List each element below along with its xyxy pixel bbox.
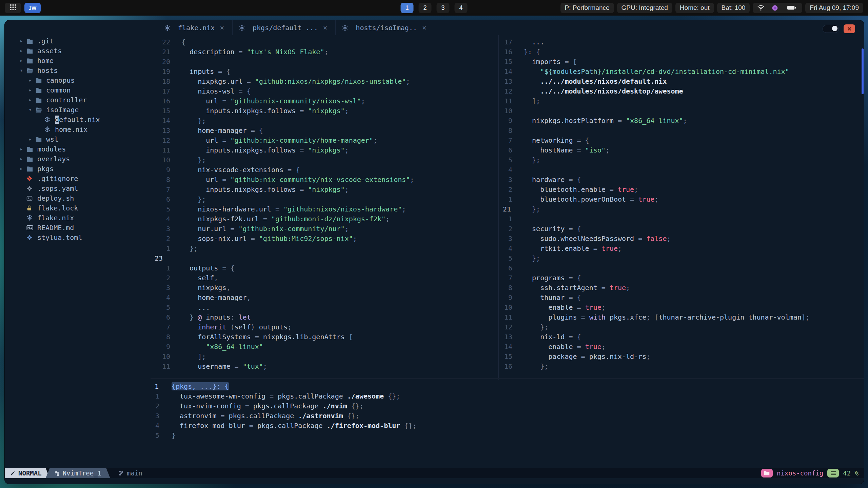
tree-chevron-down-icon[interactable]: ▾ xyxy=(25,106,35,113)
tree-item-git[interactable]: ▸.git xyxy=(5,36,151,46)
editor-pane-bottom[interactable]: 1{pkgs, ...}: {1 tux-awesome-wm-config =… xyxy=(151,380,864,469)
tree-item-hosts[interactable]: ▾hosts xyxy=(5,65,151,75)
clock[interactable]: Fri Aug 09, 17:09 xyxy=(805,3,863,13)
code-line[interactable]: 11 username = "tux"; xyxy=(151,362,498,371)
code-line[interactable]: 8 ssh.startAgent = true; xyxy=(499,283,861,293)
code-line[interactable]: 22{ xyxy=(151,37,498,47)
tree-item-modules[interactable]: ▸modules xyxy=(5,144,151,154)
code-line[interactable]: 13 nix-ld = { xyxy=(499,332,861,342)
code-line[interactable]: 11 ]; xyxy=(499,96,861,106)
tree-item-gitignore[interactable]: .gitignore xyxy=(5,174,151,183)
launcher-button[interactable] xyxy=(5,3,21,13)
tree-item-sops-yaml[interactable]: .sops.yaml xyxy=(5,183,151,193)
code-line[interactable]: 5 ... xyxy=(151,303,498,312)
code-line[interactable]: 5 }; xyxy=(499,155,861,165)
window-close-button[interactable]: × xyxy=(844,24,855,33)
code-line[interactable]: 7 inherit (self) outputs; xyxy=(151,322,498,332)
code-line[interactable]: 10 xyxy=(499,106,861,116)
scrollbar-thumb[interactable] xyxy=(862,48,864,94)
code-line[interactable]: 7 inputs.nixpkgs.follows = "nixpkgs"; xyxy=(151,185,498,195)
code-line[interactable]: 13 ../../modules/nixos/default.nix xyxy=(499,77,861,86)
code-line[interactable]: 3 nur.url = "github:nix-community/nur"; xyxy=(151,224,498,234)
code-line[interactable]: 4 rtkit.enable = true; xyxy=(499,244,861,253)
tree-item-default-nix[interactable]: default.nix xyxy=(5,115,151,124)
tab-close-icon[interactable]: × xyxy=(422,24,427,32)
tab-hosts-isoimag[interactable]: hosts/isoImag..× xyxy=(335,20,432,35)
window-toggle-switch[interactable] xyxy=(823,25,839,33)
code-line[interactable]: 9 nix-vscode-extensions = { xyxy=(151,165,498,175)
code-line[interactable]: 16 }; xyxy=(499,362,861,371)
tree-chevron-right-icon[interactable]: ▸ xyxy=(25,136,35,142)
tree-item-flake-nix[interactable]: flake.nix xyxy=(5,213,151,223)
tree-item-isoimage[interactable]: ▾isoImage xyxy=(5,105,151,115)
code-line[interactable]: 14 }; xyxy=(151,116,498,126)
tree-chevron-down-icon[interactable]: ▾ xyxy=(16,67,26,74)
tree-item-overlays[interactable]: ▸overlays xyxy=(5,154,151,164)
code-line[interactable]: 7 programs = { xyxy=(499,273,861,283)
horizontal-split[interactable] xyxy=(151,378,864,379)
tab-flake-nix[interactable]: flake.nix× xyxy=(158,20,230,35)
tree-item-assets[interactable]: ▸assets xyxy=(5,46,151,56)
code-line[interactable]: 12 url = "github:nix-community/home-mana… xyxy=(151,136,498,145)
tree-item-deploy-sh[interactable]: deploy.sh xyxy=(5,193,151,203)
code-line[interactable]: 6 hostName = "iso"; xyxy=(499,145,861,155)
code-line[interactable]: 1 xyxy=(499,214,861,224)
code-line[interactable]: 4 xyxy=(499,165,861,175)
tray[interactable] xyxy=(753,3,802,13)
code-line[interactable]: 6 }; xyxy=(151,195,498,204)
code-line[interactable]: 4 firefox-mod-blur = pkgs.callPackage ./… xyxy=(151,421,864,431)
code-line[interactable]: 3 astronvim = pkgs.callPackage ./astronv… xyxy=(151,411,864,421)
code-line[interactable]: 1 tux-awesome-wm-config = pkgs.callPacka… xyxy=(151,391,864,401)
code-line[interactable]: 5 }; xyxy=(499,253,861,263)
code-line[interactable]: 8 xyxy=(499,126,861,136)
code-line[interactable]: 12 ../../modules/nixos/desktop/awesome xyxy=(499,86,861,96)
code-line[interactable]: 8 forAllSystems = nixpkgs.lib.genAttrs [ xyxy=(151,332,498,342)
editor-pane-left[interactable]: 22{21 description = "tux's NixOS Flake";… xyxy=(151,35,498,380)
code-line[interactable]: 8 url = "github:nix-community/nix-vscode… xyxy=(151,175,498,185)
topbar-pill-bat-100[interactable]: Bat: 100 xyxy=(717,3,750,13)
code-line[interactable]: 2 tux-nvim-config = pkgs.callPackage ./n… xyxy=(151,401,864,411)
code-line[interactable]: 1 }; xyxy=(151,244,498,253)
tree-item-controller[interactable]: ▸controller xyxy=(5,95,151,105)
tree-chevron-right-icon[interactable]: ▸ xyxy=(16,165,26,172)
code-line[interactable]: 2 sops-nix.url = "github:Mic92/sops-nix"… xyxy=(151,234,498,244)
code-line[interactable]: 9 nixpkgs.hostPlatform = "x86_64-linux"; xyxy=(499,116,861,126)
tree-item-readme-md[interactable]: README.md xyxy=(5,223,151,232)
code-line[interactable]: 12 }; xyxy=(499,322,861,332)
tree-chevron-right-icon[interactable]: ▸ xyxy=(16,57,26,64)
code-line[interactable]: 15 imports = [ xyxy=(499,57,861,67)
tree-item-common[interactable]: ▸common xyxy=(5,85,151,95)
tree-item-flake-lock[interactable]: flake.lock xyxy=(5,203,151,213)
topbar-pill-p-performance[interactable]: P: Performance xyxy=(560,3,614,13)
code-line[interactable]: 16 url = "github:nix-community/nixos-wsl… xyxy=(151,96,498,106)
code-line[interactable]: 14 enable = true; xyxy=(499,342,861,352)
editor-pane-right[interactable]: 17 ...16}: {15 imports = [14 "${modulesP… xyxy=(499,35,861,380)
tree-item-pkgs[interactable]: ▸pkgs xyxy=(5,164,151,174)
tree-chevron-right-icon[interactable]: ▸ xyxy=(25,87,35,93)
code-line[interactable]: 18 nixpkgs.url = "github:nixos/nixpkgs/n… xyxy=(151,77,498,86)
tree-chevron-right-icon[interactable]: ▸ xyxy=(25,97,35,103)
code-line[interactable]: 10 }; xyxy=(151,155,498,165)
code-line[interactable]: 21 }; xyxy=(499,204,861,214)
tree-chevron-right-icon[interactable]: ▸ xyxy=(16,47,26,54)
code-line[interactable]: 1 bluetooth.powerOnBoot = true; xyxy=(499,195,861,204)
tree-chevron-right-icon[interactable]: ▸ xyxy=(16,146,26,152)
logo-badge[interactable]: JW xyxy=(24,3,41,13)
code-line[interactable]: 1 outputs = { xyxy=(151,263,498,273)
tree-item-canopus[interactable]: ▸canopus xyxy=(5,75,151,85)
code-line[interactable]: 14 "${modulesPath}/installer/cd-dvd/inst… xyxy=(499,67,861,77)
tab-close-icon[interactable]: × xyxy=(220,24,224,32)
tree-item-home-nix[interactable]: home.nix xyxy=(5,124,151,134)
code-line[interactable]: 3 nixpkgs, xyxy=(151,283,498,293)
code-line[interactable]: 17 nixos-wsl = { xyxy=(151,86,498,96)
workspace-button-2[interactable]: 2 xyxy=(419,3,432,13)
tree-chevron-right-icon[interactable]: ▸ xyxy=(16,156,26,162)
code-line[interactable]: 11 plugins = with pkgs.xfce; [thunar-arc… xyxy=(499,312,861,322)
tree-item-stylua-toml[interactable]: stylua.toml xyxy=(5,232,151,242)
code-line[interactable]: 4 nixpkgs-f2k.url = "github:moni-dz/nixp… xyxy=(151,214,498,224)
code-line[interactable]: 4 home-manager, xyxy=(151,293,498,303)
code-line[interactable]: 21 description = "tux's NixOS Flake"; xyxy=(151,47,498,57)
workspace-button-3[interactable]: 3 xyxy=(437,3,450,13)
code-line[interactable]: 2 self, xyxy=(151,273,498,283)
code-line[interactable]: 15 inputs.nixpkgs.follows = "nixpkgs"; xyxy=(151,106,498,116)
